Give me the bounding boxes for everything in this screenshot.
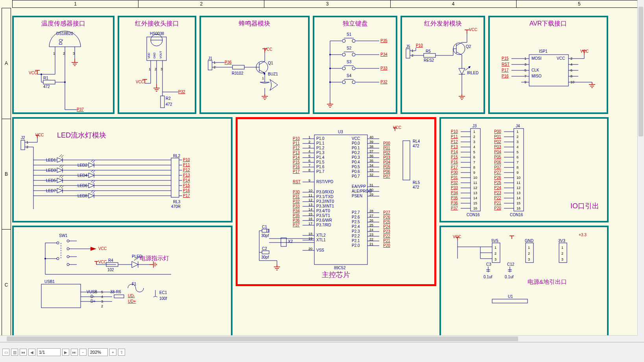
svg-text:6: 6 [473,155,475,159]
last-page-button[interactable]: ⏭ [71,349,78,356]
horizontal-scrollbar[interactable] [0,335,637,342]
svg-line-258 [92,191,95,193]
schematic-mcu: U3 89C52 1P1.0P102P1.1P113P1.2P124P1.3P1… [238,119,438,288]
module-temp-sensor: 温度传感器接口 DS18B20 DQ 1 2 3 VCC [12,16,114,114]
schematic-sheet: 1 2 3 4 5 A B C 温度传感器接口 DS18B20 DQ 1 2 3 [0,0,644,342]
svg-text:36: 36 [369,154,373,158]
svg-text:11: 11 [308,193,312,197]
vertical-scrollbar[interactable] [637,0,644,335]
module-ir-receiver: 红外接收头接口 HS0038 VDD GND VOUT 1 2 3 VCC [118,16,196,114]
svg-text:P26: P26 [494,175,501,180]
svg-rect-17 [43,80,55,84]
svg-text:S3: S3 [347,60,352,64]
svg-text:P2.6: P2.6 [352,215,360,219]
svg-text:P34: P34 [451,191,458,195]
svg-text:P05: P05 [494,155,501,159]
scrollbar-thumb[interactable] [638,7,643,136]
svg-line-237 [61,176,63,178]
svg-point-25 [64,81,66,83]
svg-text:35: 35 [369,159,373,163]
svg-text:2: 2 [517,135,519,139]
fit-page-button[interactable]: ⇧ [118,349,125,356]
col-2: 2 [138,0,264,7]
view-multi-page-button[interactable]: ▥ [11,349,18,356]
svg-text:34: 34 [369,164,373,167]
svg-rect-194 [21,140,25,150]
svg-text:P13: P13 [183,173,190,177]
svg-text:3V3: 3V3 [558,239,565,243]
svg-text:P15: P15 [502,56,509,61]
svg-text:P34: P34 [380,52,388,57]
zoom-out-button[interactable]: − [79,349,87,356]
svg-marker-206 [57,158,63,162]
row-b: B [2,119,11,230]
svg-text:1: 1 [53,51,55,55]
schematic-avr: ISP1 VCC P15 RST P17 P16 13 57 9 24 68 1… [490,17,610,116]
svg-text:13: 13 [517,191,520,195]
first-page-button[interactable]: ⏮ [20,349,27,356]
svg-text:0.1uf: 0.1uf [505,275,513,279]
svg-text:3: 3 [73,51,75,55]
svg-text:P1.0: P1.0 [316,136,325,141]
svg-text:102: 102 [107,268,114,272]
svg-text:P1.5: P1.5 [316,160,325,164]
svg-text:P17: P17 [502,68,509,72]
schematic-pwr-out: VCC +3.3 5V5 1 2 3 GND 1 2 3 [441,227,610,340]
view-single-page-button[interactable]: ▭ [2,349,9,356]
svg-text:P20: P20 [383,243,390,248]
svg-text:VCC: VCC [136,80,144,84]
svg-text:P3.4/T0: P3.4/T0 [316,209,330,213]
svg-marker-248 [57,188,63,193]
scrollbar-thumb[interactable] [7,336,518,341]
svg-text:LED7: LED7 [46,189,56,193]
svg-point-95 [352,53,355,56]
zoom-level-input[interactable] [88,348,108,356]
svg-text:P27: P27 [494,170,501,175]
page-number-input[interactable] [37,348,61,356]
svg-text:P37: P37 [293,223,300,227]
svg-text:3: 3 [495,257,496,261]
svg-text:25: 25 [369,223,373,227]
svg-text:VOUT: VOUT [159,51,162,59]
svg-marker-220 [57,168,63,173]
svg-text:P13: P13 [451,145,458,149]
svg-text:P2.5: P2.5 [352,220,360,224]
svg-text:20: 20 [308,247,312,251]
prev-page-button[interactable]: ◀ [28,349,35,356]
zoom-in-button[interactable]: + [109,349,116,356]
svg-text:CON16: CON16 [467,213,480,217]
svg-rect-445 [262,251,269,254]
svg-text:S4: S4 [347,74,352,78]
svg-text:P33: P33 [293,204,300,208]
svg-text:2: 2 [101,304,103,308]
svg-text:J4: J4 [516,124,520,128]
svg-text:EA/VPP: EA/VPP [352,184,366,189]
svg-text:29: 29 [369,193,373,197]
svg-text:LED5: LED5 [46,178,56,183]
row-c: C [2,230,11,340]
svg-text:P07: P07 [383,174,390,178]
svg-text:2: 2 [473,135,475,139]
col-3: 3 [264,0,390,7]
svg-text:P35: P35 [380,39,388,43]
svg-text:P2.4: P2.4 [352,224,360,229]
next-page-button[interactable]: ▶ [62,349,69,356]
svg-rect-448 [281,238,286,246]
col-1: 1 [13,0,138,7]
svg-text:LED3: LED3 [46,168,56,173]
svg-text:DQ: DQ [59,39,63,45]
svg-text:P1.6: P1.6 [316,165,325,169]
svg-text:S1: S1 [347,32,352,37]
svg-text:P24: P24 [494,186,501,190]
svg-text:XTL1: XTL1 [316,238,326,242]
drawing-grid[interactable]: 温度传感器接口 DS18B20 DQ 1 2 3 VCC [12,8,642,340]
svg-text:RST/VPD: RST/VPD [316,180,333,184]
svg-text:P14: P14 [293,155,300,160]
svg-text:MOSI: MOSI [531,56,542,61]
svg-text:P00: P00 [494,129,501,134]
svg-text:P35: P35 [451,196,458,200]
svg-text:P22: P22 [494,196,501,200]
svg-text:P14: P14 [451,150,458,154]
svg-text:470R: 470R [171,204,181,209]
svg-text:J5: J5 [406,44,410,49]
